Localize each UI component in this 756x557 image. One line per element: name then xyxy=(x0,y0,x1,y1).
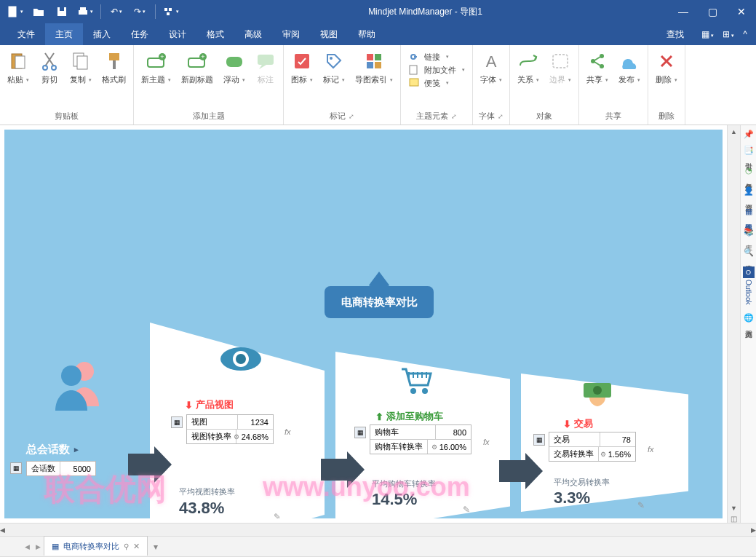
new-topic-button[interactable]: +新主题▾ xyxy=(137,48,175,88)
link-button[interactable]: 链接▾ xyxy=(408,51,465,63)
publish-button[interactable]: 发布▾ xyxy=(614,48,645,88)
relation-button[interactable]: 关系▾ xyxy=(513,48,544,88)
sidepanel-browser[interactable]: 🌐浏览器 xyxy=(741,309,756,328)
svg-rect-4 xyxy=(80,7,86,10)
minimize-button[interactable]: — xyxy=(669,0,698,23)
tab-file[interactable]: 文件 xyxy=(7,23,45,45)
delete-button[interactable]: 删除▾ xyxy=(651,48,682,88)
scroll-down-icon[interactable]: ▼ xyxy=(728,502,740,515)
center-topic-cap xyxy=(368,272,390,286)
format-painter-button[interactable]: 格式刷 xyxy=(98,48,130,88)
map-parts-button[interactable]: ▾ xyxy=(160,1,182,22)
svg-text:A: A xyxy=(486,52,497,70)
svg-rect-30 xyxy=(410,66,417,74)
new-subtopic-button[interactable]: +新副标题 xyxy=(177,48,218,88)
search-label[interactable]: 查找 xyxy=(655,28,696,41)
cut-button[interactable]: 剪切 xyxy=(35,48,64,88)
ribbon: 粘贴▾ 剪切 复制▾ 格式刷 剪贴板 +新主题▾ +新副标题 浮动▾ 标注 添加… xyxy=(0,45,756,125)
collapse-ribbon-icon[interactable]: ^ xyxy=(740,29,750,39)
center-topic[interactable]: 电商转换率对比 xyxy=(325,286,434,318)
tab-help[interactable]: 帮助 xyxy=(348,23,386,45)
share-button[interactable]: 共享▾ xyxy=(582,48,613,88)
ribbon-tabs: 文件 主页 插入 任务 设计 格式 高级 审阅 视图 帮助 查找 ▦▾ ⊞▾ ^ xyxy=(0,23,756,45)
callout-button[interactable]: 标注 xyxy=(251,48,280,88)
print-button[interactable]: ▾ xyxy=(74,1,96,22)
redo-button[interactable]: ↷▾ xyxy=(129,1,151,22)
scroll-right-icon[interactable]: ▶ xyxy=(751,524,756,537)
open-button[interactable] xyxy=(28,1,49,22)
seg2-avg-val: 14.5% xyxy=(372,490,417,509)
doc-tab-nav[interactable]: ◀▶ xyxy=(22,537,44,556)
paste-button[interactable]: 粘贴▾ xyxy=(3,48,33,88)
title-bar: ▾ ▾ ↶▾ ↷▾ ▾ Mindjet MindManager - 导图1 — … xyxy=(0,0,756,23)
new-doc-button[interactable]: ▾ xyxy=(4,1,26,22)
horizontal-scrollbar[interactable]: ◀ ▶ xyxy=(0,523,756,536)
eye-icon xyxy=(219,344,263,374)
group-label-marker: 标记⤢ xyxy=(287,109,397,125)
sidepanel-outlook[interactable]: OOutlook xyxy=(741,264,756,307)
view-mode-icon[interactable]: ▦▾ xyxy=(699,29,717,39)
nav-box-icon[interactable]: ◫ xyxy=(728,515,740,523)
pin-icon[interactable]: ⚲ xyxy=(124,542,129,550)
task-pane: 📌 📑索引 ◔任务信息 👤资源 ▦导图组件 📚库 🔍搜索 OOutlook 🌐浏… xyxy=(740,125,756,523)
sidepanel-pin-icon[interactable]: 📌 xyxy=(743,128,755,140)
sidepanel-map-parts[interactable]: ▦导图组件 xyxy=(741,202,756,221)
copy-button[interactable]: 复制▾ xyxy=(65,48,96,88)
sessions-title: 总会话数▸ xyxy=(26,443,96,457)
map-canvas[interactable]: 电商转换率对比 总会话数▸ ▦ 会话数5000 ⬇产品视图 xyxy=(4,130,723,518)
tab-insert[interactable]: 插入 xyxy=(83,23,121,45)
close-button[interactable]: ✕ xyxy=(727,0,756,23)
gear-icon: ⚙ xyxy=(234,433,239,441)
svg-point-11 xyxy=(52,66,56,70)
vertical-scrollbar[interactable]: ▲ ▼ ◫ xyxy=(727,125,740,523)
sidepanel-task-info[interactable]: ◔任务信息 xyxy=(741,162,756,181)
seg2-data[interactable]: ▦ 购物车800 购物车转换率⚙16.00% xyxy=(370,424,471,454)
tab-advanced[interactable]: 高级 xyxy=(234,23,272,45)
tab-format[interactable]: 格式 xyxy=(196,23,234,45)
svg-rect-29 xyxy=(375,62,381,68)
float-button[interactable]: 浮动▾ xyxy=(219,48,250,88)
sidepanel-search[interactable]: 🔍搜索 xyxy=(741,243,756,262)
boundary-button[interactable]: 边界▾ xyxy=(545,48,576,88)
document-tab[interactable]: ▦ 电商转换率对比 ⚲ ✕ xyxy=(44,536,148,556)
icon-button[interactable]: 图标▾ xyxy=(287,48,317,88)
tab-home[interactable]: 主页 xyxy=(45,23,83,45)
seg1-data[interactable]: ▦ 视图1234 视图转换率⚙24.68% xyxy=(186,414,274,444)
sidepanel-library[interactable]: 📚库 xyxy=(741,223,756,242)
up-arrow-icon: ⬆ xyxy=(375,411,383,422)
svg-point-42 xyxy=(410,388,416,394)
attach-button[interactable]: 附加文件▾ xyxy=(408,64,465,76)
undo-button[interactable]: ↶▾ xyxy=(106,1,127,22)
tab-review[interactable]: 审阅 xyxy=(272,23,310,45)
font-button[interactable]: A字体▾ xyxy=(476,48,506,88)
group-label-clipboard: 剪贴板 xyxy=(3,109,130,125)
tab-task[interactable]: 任务 xyxy=(121,23,159,45)
svg-rect-2 xyxy=(60,7,64,11)
svg-rect-27 xyxy=(375,54,381,60)
seg3-data[interactable]: ▦ 交易78 交易转换率⚙1.56% xyxy=(549,432,636,462)
sidepanel-resources[interactable]: 👤资源 xyxy=(741,182,756,201)
map-index-button[interactable]: 导图索引▾ xyxy=(351,48,397,88)
scroll-up-icon[interactable]: ▲ xyxy=(728,125,740,138)
note-button[interactable]: 便笺▾ xyxy=(408,77,465,89)
save-button[interactable] xyxy=(51,1,73,22)
cart-icon xyxy=(397,366,434,395)
tab-design[interactable]: 设计 xyxy=(159,23,196,45)
svg-point-45 xyxy=(593,386,602,395)
svg-rect-31 xyxy=(410,79,418,86)
maximize-button[interactable]: ▢ xyxy=(698,0,727,23)
tab-view[interactable]: 视图 xyxy=(310,23,348,45)
close-tab-icon[interactable]: ✕ xyxy=(133,542,140,551)
group-clipboard: 粘贴▾ 剪切 复制▾ 格式刷 剪贴板 xyxy=(0,45,134,125)
sessions-block[interactable]: 总会话数▸ ▦ 会话数5000 xyxy=(26,443,96,476)
group-marker: 图标▾ 标记▾ 导图索引▾ 标记⤢ xyxy=(284,45,401,125)
add-tab-button[interactable]: ▾ xyxy=(148,537,164,556)
seg1-avg-label: 平均视图转换率 xyxy=(179,486,235,497)
group-delete: 删除▾ 删除 xyxy=(648,45,685,125)
sidepanel-index[interactable]: 📑索引 xyxy=(741,141,756,160)
org-chart-icon[interactable]: ⊞▾ xyxy=(720,29,737,39)
group-share: 共享▾ 发布▾ 共享 xyxy=(579,45,648,125)
scroll-left-icon[interactable]: ◀ xyxy=(0,524,5,537)
svg-rect-23 xyxy=(258,55,274,65)
tag-button[interactable]: 标记▾ xyxy=(319,48,349,88)
